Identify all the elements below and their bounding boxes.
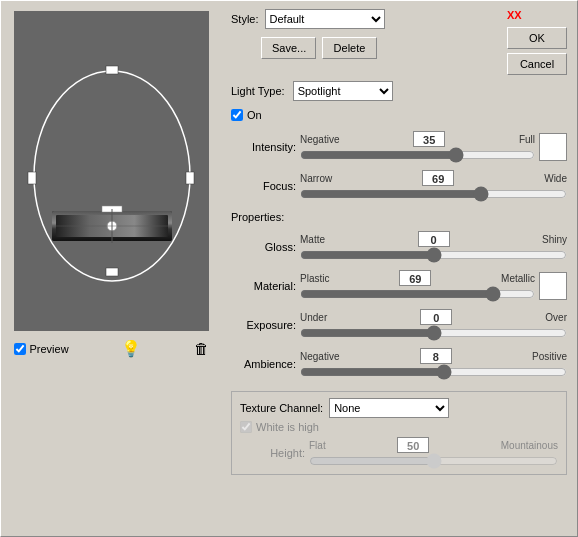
intensity-swatch[interactable]	[539, 133, 567, 161]
ambience-group: Negative 8 Positive	[300, 348, 567, 379]
material-row: Material: Plastic 69 Metallic	[231, 270, 567, 301]
height-max: Mountainous	[501, 440, 558, 451]
white-is-high: White is high	[240, 421, 558, 433]
focus-row: Focus: Narrow 69 Wide	[231, 170, 567, 201]
exposure-slider[interactable]	[300, 326, 567, 340]
gloss-slider[interactable]	[300, 248, 567, 262]
bulb-icon[interactable]: 💡	[121, 339, 141, 358]
white-is-high-label: White is high	[256, 421, 319, 433]
svg-rect-4	[28, 172, 36, 184]
intensity-label: Intensity:	[231, 141, 296, 153]
svg-rect-0	[14, 11, 209, 331]
intensity-value[interactable]: 35	[413, 131, 445, 147]
canvas-area[interactable]	[14, 11, 209, 331]
save-delete-row: Save... Delete	[231, 37, 385, 59]
style-select[interactable]: Default	[265, 9, 385, 29]
height-row: Height: Flat 50 Mountainous	[240, 437, 558, 468]
texture-label: Texture Channel:	[240, 402, 323, 414]
svg-rect-2	[106, 66, 118, 74]
intensity-group: Negative 35 Full	[300, 131, 535, 162]
material-group: Plastic 69 Metallic	[300, 270, 535, 301]
preview-check[interactable]: Preview	[14, 343, 69, 355]
focus-slider[interactable]	[300, 187, 567, 201]
save-button[interactable]: Save...	[261, 37, 316, 59]
gloss-row: Gloss: Matte 0 Shiny	[231, 231, 567, 262]
material-swatch[interactable]	[539, 272, 567, 300]
height-min: Flat	[309, 440, 326, 451]
exposure-max: Over	[545, 312, 567, 323]
height-label: Height:	[240, 447, 305, 459]
svg-rect-5	[186, 172, 194, 184]
focus-label: Focus:	[231, 180, 296, 192]
texture-section: Texture Channel: None White is high Heig…	[231, 391, 567, 475]
focus-group: Narrow 69 Wide	[300, 170, 567, 201]
gloss-min: Matte	[300, 234, 325, 245]
intensity-slider[interactable]	[300, 148, 535, 162]
ambience-value[interactable]: 8	[420, 348, 452, 364]
light-type-select[interactable]: Spotlight Omni Directional	[293, 81, 393, 101]
properties-label: Properties:	[231, 211, 567, 223]
on-checkbox[interactable]	[231, 109, 243, 121]
white-is-high-checkbox[interactable]	[240, 421, 252, 433]
gloss-group: Matte 0 Shiny	[300, 231, 567, 262]
intensity-min: Negative	[300, 134, 339, 145]
svg-rect-3	[106, 268, 118, 276]
material-label: Material:	[231, 280, 296, 292]
left-panel: Preview 💡 🗑	[1, 1, 221, 536]
lighting-effects-dialog: Preview 💡 🗑 Style: Default Save...	[0, 0, 578, 537]
focus-value[interactable]: 69	[422, 170, 454, 186]
exposure-group: Under 0 Over	[300, 309, 567, 340]
intensity-max: Full	[519, 134, 535, 145]
texture-select[interactable]: None	[329, 398, 449, 418]
material-value[interactable]: 69	[399, 270, 431, 286]
height-value[interactable]: 50	[397, 437, 429, 453]
material-slider[interactable]	[300, 287, 535, 301]
cancel-button[interactable]: Cancel	[507, 53, 567, 75]
texture-row: Texture Channel: None	[240, 398, 558, 418]
light-type-section: Light Type: Spotlight Omni Directional	[231, 81, 567, 101]
style-label: Style:	[231, 13, 259, 25]
exposure-row: Exposure: Under 0 Over	[231, 309, 567, 340]
on-label: On	[247, 109, 262, 121]
gloss-label: Gloss:	[231, 241, 296, 253]
ambience-min: Negative	[300, 351, 339, 362]
height-group: Flat 50 Mountainous	[309, 437, 558, 468]
gloss-value[interactable]: 0	[418, 231, 450, 247]
ambience-row: Ambience: Negative 8 Positive	[231, 348, 567, 379]
material-max: Metallic	[501, 273, 535, 284]
trash-icon[interactable]: 🗑	[194, 340, 209, 357]
preview-checkbox[interactable]	[14, 343, 26, 355]
height-slider[interactable]	[309, 454, 558, 468]
exposure-min: Under	[300, 312, 327, 323]
ok-button[interactable]: OK	[507, 27, 567, 49]
delete-button[interactable]: Delete	[322, 37, 377, 59]
material-min: Plastic	[300, 273, 329, 284]
xx-text: XX	[507, 9, 567, 21]
preview-label: Preview	[30, 343, 69, 355]
light-type-label: Light Type:	[231, 85, 285, 97]
on-check: On	[231, 109, 567, 121]
ambience-slider[interactable]	[300, 365, 567, 379]
gloss-max: Shiny	[542, 234, 567, 245]
ambience-label: Ambience:	[231, 358, 296, 370]
style-row: Style: Default	[231, 9, 385, 29]
focus-max: Wide	[544, 173, 567, 184]
exposure-label: Exposure:	[231, 319, 296, 331]
exposure-value[interactable]: 0	[420, 309, 452, 325]
ambience-max: Positive	[532, 351, 567, 362]
focus-min: Narrow	[300, 173, 332, 184]
preview-controls: Preview 💡 🗑	[14, 339, 209, 358]
intensity-row: Intensity: Negative 35 Full	[231, 131, 567, 162]
right-panel: Style: Default Save... Delete XX OK Canc…	[221, 1, 577, 536]
